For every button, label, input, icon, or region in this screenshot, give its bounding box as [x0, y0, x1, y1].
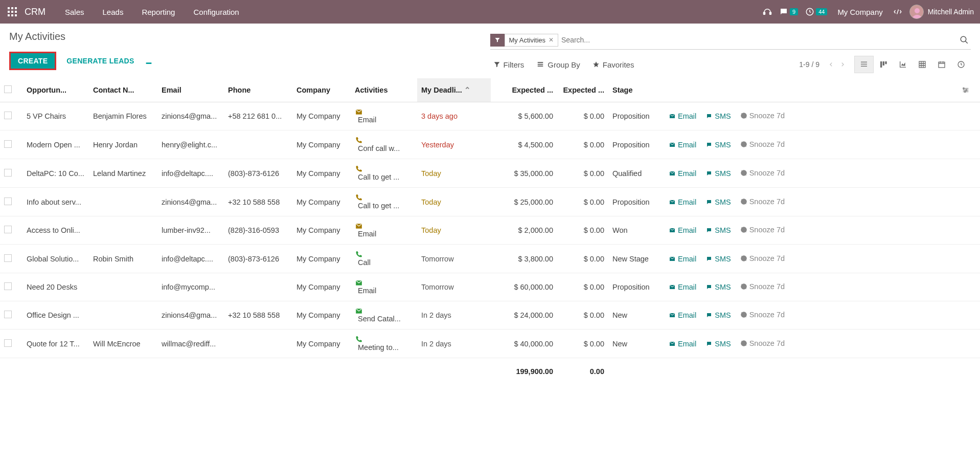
row-sms-button[interactable]: SMS — [705, 141, 731, 149]
pager-next-icon[interactable] — [840, 61, 845, 68]
row-checkbox[interactable] — [4, 282, 12, 290]
row-checkbox[interactable] — [4, 311, 12, 318]
view-calendar-icon[interactable] — [932, 56, 951, 73]
row-snooze-button[interactable]: Snooze 7d — [740, 282, 785, 291]
row-email-button[interactable]: Email — [669, 198, 696, 206]
row-snooze-button[interactable]: Snooze 7d — [740, 339, 785, 347]
row-checkbox[interactable] — [4, 226, 12, 233]
col-deadline[interactable]: My Deadli...⌃ — [417, 78, 491, 102]
view-list-icon[interactable] — [854, 56, 874, 73]
col-phone[interactable]: Phone — [224, 78, 292, 102]
table-row[interactable]: 5 VP ChairsBenjamin Floreszinions4@gma..… — [0, 102, 980, 130]
cell-activity[interactable]: Email — [351, 216, 417, 245]
table-row[interactable]: DeltaPC: 10 Co...Leland Martinezinfo@del… — [0, 159, 980, 188]
cell-activity[interactable]: Call to get ... — [351, 188, 417, 216]
svg-rect-8 — [15, 14, 17, 16]
row-sms-button[interactable]: SMS — [705, 311, 731, 319]
table-row[interactable]: Info about serv...zinions4@gma...+32 10 … — [0, 188, 980, 216]
user-menu[interactable]: Mitchell Admin — [909, 5, 974, 19]
facet-remove-icon[interactable]: ✕ — [549, 36, 554, 43]
row-checkbox[interactable] — [4, 197, 12, 205]
table-row[interactable]: Access to Onli...lumber-inv92...(828)-31… — [0, 216, 980, 245]
row-email-button[interactable]: Email — [669, 169, 696, 178]
company-switcher[interactable]: My Company — [834, 0, 885, 24]
options-icon[interactable] — [962, 86, 976, 94]
col-contact[interactable]: Contact N... — [89, 78, 157, 102]
row-snooze-button[interactable]: Snooze 7d — [740, 311, 785, 319]
cell-mrr: $ 0.00 — [557, 188, 608, 216]
row-sms-button[interactable]: SMS — [705, 112, 731, 120]
row-email-button[interactable]: Email — [669, 255, 696, 263]
col-expected-revenue[interactable]: Expected ... — [491, 78, 557, 102]
nav-sales[interactable]: Sales — [57, 0, 93, 24]
cell-activity[interactable]: Meeting to... — [351, 330, 417, 358]
apps-icon[interactable] — [6, 6, 18, 18]
cell-contact — [89, 216, 157, 245]
activities-clock-icon[interactable]: 44 — [805, 7, 827, 16]
cell-activity[interactable]: Call — [351, 245, 417, 273]
row-snooze-button[interactable]: Snooze 7d — [740, 140, 785, 148]
group-by-button[interactable]: Group By — [536, 60, 580, 69]
pager-prev-icon[interactable] — [829, 61, 834, 68]
favorites-button[interactable]: Favorites — [592, 60, 634, 69]
import-icon[interactable] — [145, 57, 153, 65]
view-activity-icon[interactable] — [951, 56, 971, 73]
row-email-button[interactable]: Email — [669, 340, 696, 348]
view-graph-icon[interactable] — [893, 56, 913, 73]
row-sms-button[interactable]: SMS — [705, 255, 731, 263]
row-email-button[interactable]: Email — [669, 311, 696, 319]
col-company[interactable]: Company — [292, 78, 351, 102]
table-row[interactable]: Need 20 Desksinfo@mycomp...My CompanyEma… — [0, 273, 980, 301]
headset-icon[interactable] — [763, 7, 772, 16]
pager-text[interactable]: 1-9 / 9 — [799, 60, 819, 69]
cell-activity[interactable]: Call to get ... — [351, 159, 417, 188]
row-email-button[interactable]: Email — [669, 226, 696, 234]
row-checkbox[interactable] — [4, 169, 12, 177]
row-snooze-button[interactable]: Snooze 7d — [740, 197, 785, 206]
row-sms-button[interactable]: SMS — [705, 283, 731, 291]
nav-configuration[interactable]: Configuration — [185, 0, 247, 24]
table-row[interactable]: Quote for 12 T...Will McEncroewillmac@re… — [0, 330, 980, 358]
col-stage[interactable]: Stage — [608, 78, 665, 102]
app-brand[interactable]: CRM — [25, 7, 45, 17]
row-checkbox[interactable] — [4, 140, 12, 148]
row-snooze-button[interactable]: Snooze 7d — [740, 169, 785, 177]
cell-activity[interactable]: Send Catal... — [351, 301, 417, 330]
row-checkbox[interactable] — [4, 339, 12, 347]
col-activities[interactable]: Activities — [351, 78, 417, 102]
create-button[interactable]: CREATE — [9, 52, 56, 70]
cell-activity[interactable]: Email — [351, 273, 417, 301]
select-all-checkbox[interactable] — [4, 85, 12, 93]
generate-leads-button[interactable]: GENERATE LEADS — [64, 53, 136, 69]
svg-rect-4 — [11, 11, 13, 13]
row-email-button[interactable]: Email — [669, 283, 696, 291]
row-snooze-button[interactable]: Snooze 7d — [740, 112, 785, 120]
row-sms-button[interactable]: SMS — [705, 198, 731, 206]
search-input[interactable] — [558, 33, 958, 47]
search-icon[interactable] — [958, 33, 971, 47]
discuss-icon[interactable]: 9 — [779, 7, 798, 16]
cell-activity[interactable]: Email — [351, 102, 417, 130]
row-sms-button[interactable]: SMS — [705, 340, 731, 348]
cell-activity[interactable]: Conf call w... — [351, 130, 417, 159]
view-pivot-icon[interactable] — [913, 56, 932, 73]
row-sms-button[interactable]: SMS — [705, 226, 731, 234]
filters-button[interactable]: Filters — [493, 60, 525, 69]
row-snooze-button[interactable]: Snooze 7d — [740, 226, 785, 234]
debug-icon[interactable] — [893, 7, 902, 16]
row-sms-button[interactable]: SMS — [705, 169, 731, 178]
row-email-button[interactable]: Email — [669, 112, 696, 120]
nav-leads[interactable]: Leads — [95, 0, 132, 24]
nav-reporting[interactable]: Reporting — [133, 0, 183, 24]
row-checkbox[interactable] — [4, 112, 12, 119]
col-email[interactable]: Email — [157, 78, 224, 102]
row-checkbox[interactable] — [4, 254, 12, 262]
table-row[interactable]: Office Design ...zinions4@gma...+32 10 5… — [0, 301, 980, 330]
row-email-button[interactable]: Email — [669, 141, 696, 149]
col-opportunity[interactable]: Opportun... — [22, 78, 89, 102]
table-row[interactable]: Modern Open ...Henry Jordanhenry@elight.… — [0, 130, 980, 159]
row-snooze-button[interactable]: Snooze 7d — [740, 254, 785, 262]
view-kanban-icon[interactable] — [874, 56, 893, 73]
table-row[interactable]: Global Solutio...Robin Smithinfo@deltapc… — [0, 245, 980, 273]
col-expected-mrr[interactable]: Expected ... — [557, 78, 608, 102]
